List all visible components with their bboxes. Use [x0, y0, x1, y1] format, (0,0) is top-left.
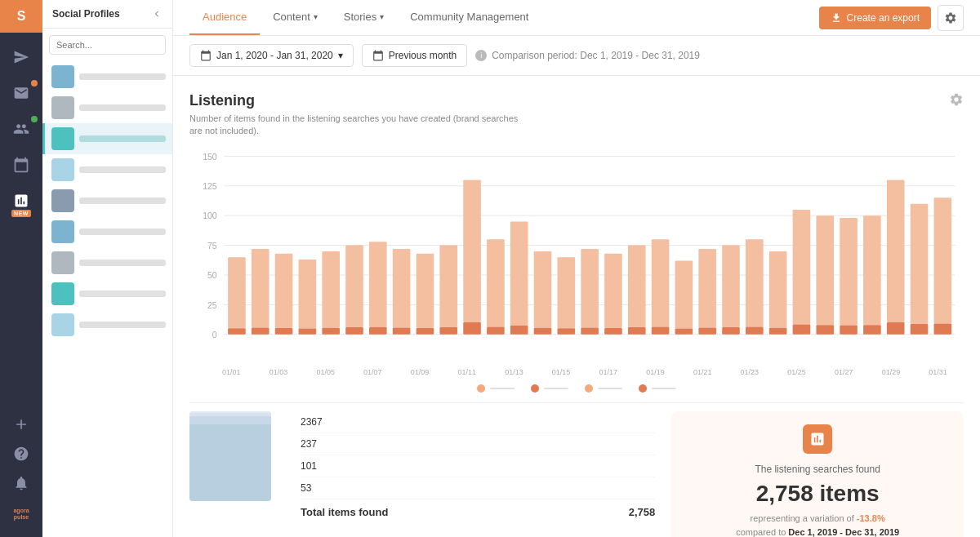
- avatar: [51, 282, 74, 305]
- svg-rect-53: [675, 328, 693, 334]
- svg-rect-47: [604, 328, 622, 335]
- chart-header: Listening Number of items found in the l…: [189, 92, 964, 138]
- stats-table: 2367 237 101 53 Total items found 2,758: [301, 411, 655, 537]
- calendar-small-icon: [372, 50, 384, 61]
- agorapulse-logo: agorapulse: [0, 498, 42, 530]
- nav-tabs: Audience Content ▾ Stories ▾ Community M…: [189, 0, 541, 35]
- avatar: [51, 189, 74, 212]
- svg-rect-66: [840, 218, 858, 325]
- svg-rect-14: [228, 257, 246, 328]
- legend-dot-3: [585, 384, 593, 393]
- list-item[interactable]: [42, 123, 172, 154]
- profile-panel: Social Profiles: [42, 0, 173, 537]
- svg-rect-35: [463, 322, 481, 334]
- avatar: [51, 96, 74, 119]
- svg-text:150: 150: [203, 152, 217, 161]
- legend-dot-4: [639, 384, 647, 393]
- sidebar-add-icon[interactable]: [0, 410, 42, 439]
- sidebar-icon-send[interactable]: [0, 39, 42, 75]
- svg-rect-37: [487, 326, 505, 334]
- chart-gear-button[interactable]: [949, 92, 964, 110]
- list-item[interactable]: [42, 309, 172, 340]
- svg-rect-52: [675, 260, 693, 328]
- list-item[interactable]: [42, 247, 172, 278]
- svg-rect-74: [934, 197, 952, 323]
- sidebar-help-icon[interactable]: [0, 439, 42, 468]
- previous-month-button[interactable]: Previous month: [362, 44, 467, 67]
- calendar-icon: [200, 50, 212, 61]
- svg-rect-32: [439, 245, 457, 326]
- sidebar-nav: NEW: [0, 33, 42, 410]
- info-icon: i: [475, 50, 487, 61]
- list-item[interactable]: [42, 154, 172, 185]
- stat-row-1: 2367: [301, 411, 655, 433]
- svg-rect-34: [463, 180, 481, 322]
- date-range-button[interactable]: Jan 1, 2020 - Jan 31, 2020 ▾: [189, 44, 354, 67]
- top-nav: Audience Content ▾ Stories ▾ Community M…: [173, 0, 980, 36]
- svg-text:0: 0: [212, 331, 217, 340]
- legend-line-2: [544, 388, 568, 389]
- sidebar-icon-reports[interactable]: NEW: [0, 183, 42, 219]
- avatar: [51, 251, 74, 274]
- svg-text:50: 50: [207, 271, 217, 280]
- sidebar-icon-people[interactable]: [0, 111, 42, 147]
- list-item[interactable]: [42, 92, 172, 123]
- profile-search-input[interactable]: [49, 35, 166, 55]
- legend-line-3: [598, 388, 622, 389]
- svg-rect-61: [769, 327, 787, 334]
- stat-row-3: 101: [301, 455, 655, 477]
- avatar: [51, 220, 74, 243]
- svg-rect-45: [581, 327, 599, 334]
- svg-rect-49: [628, 327, 646, 335]
- avatar: [51, 65, 74, 88]
- list-item[interactable]: [42, 185, 172, 216]
- tab-stories[interactable]: Stories ▾: [331, 0, 397, 35]
- legend-item-2: [531, 384, 568, 393]
- create-export-button[interactable]: Create an export: [819, 7, 931, 29]
- chart-section: Listening Number of items found in the l…: [189, 92, 964, 537]
- list-item[interactable]: [42, 216, 172, 247]
- svg-text:25: 25: [207, 300, 217, 309]
- svg-rect-24: [345, 245, 363, 326]
- svg-rect-69: [863, 325, 881, 335]
- download-icon: [831, 12, 842, 24]
- svg-rect-58: [746, 239, 764, 326]
- svg-rect-41: [534, 327, 552, 334]
- svg-rect-59: [746, 326, 764, 334]
- date-chevron-icon: ▾: [338, 50, 343, 61]
- stacked-bars: [189, 411, 271, 501]
- svg-rect-44: [581, 249, 599, 327]
- svg-rect-46: [604, 254, 622, 328]
- svg-rect-71: [887, 322, 905, 334]
- sidebar-icon-inbox[interactable]: [0, 75, 42, 111]
- top-nav-actions: Create an export: [819, 5, 964, 31]
- insight-icon: [803, 424, 832, 454]
- svg-rect-55: [698, 327, 716, 334]
- svg-rect-39: [510, 326, 528, 335]
- svg-rect-22: [322, 251, 340, 328]
- reports-new-badge: NEW: [11, 210, 31, 217]
- collapse-icon[interactable]: [151, 8, 163, 20]
- tab-content[interactable]: Content ▾: [260, 0, 331, 35]
- svg-rect-15: [228, 328, 246, 335]
- sidebar-icon-calendar[interactable]: [0, 147, 42, 183]
- inbox-badge: [31, 80, 38, 87]
- settings-button[interactable]: [938, 5, 964, 31]
- legend-item-4: [639, 384, 676, 393]
- svg-rect-40: [534, 251, 552, 328]
- list-item[interactable]: [42, 278, 172, 309]
- insight-headline: The listening searches found: [755, 462, 880, 477]
- insight-number: 2,758 items: [756, 480, 880, 508]
- list-item[interactable]: [42, 61, 172, 92]
- content-area: Audience Content ▾ Stories ▾ Community M…: [173, 0, 980, 537]
- sidebar-bell-icon[interactable]: [0, 468, 42, 498]
- main-content: Listening Number of items found in the l…: [173, 76, 980, 537]
- tab-audience[interactable]: Audience: [189, 0, 260, 35]
- tab-community[interactable]: Community Management: [397, 0, 541, 35]
- sidebar-bottom: agorapulse: [0, 410, 42, 537]
- bar-segment-1: [189, 424, 271, 501]
- svg-rect-50: [652, 239, 670, 326]
- svg-rect-17: [252, 327, 270, 334]
- svg-rect-72: [911, 203, 929, 323]
- svg-rect-64: [816, 215, 834, 325]
